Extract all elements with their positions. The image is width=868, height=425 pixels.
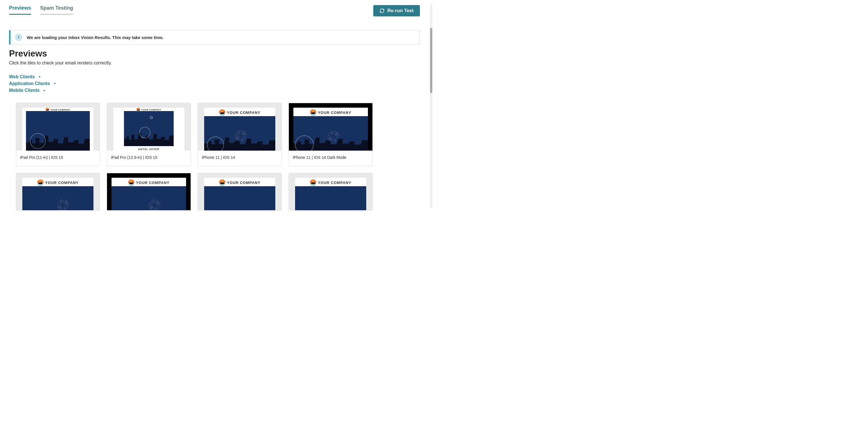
chevron-down-icon bbox=[53, 82, 57, 86]
preview-thumbnail: YOUR COMPANY HOTEL OFFER bbox=[107, 103, 191, 151]
company-logo-text: YOUR COMPANY bbox=[318, 180, 351, 185]
group-application-clients[interactable]: Application Clients bbox=[9, 80, 420, 87]
company-logo-icon bbox=[37, 179, 43, 186]
preview-thumbnail: YOUR COMPANY bbox=[107, 173, 191, 210]
company-logo-text: YOUR COMPANY bbox=[45, 180, 79, 185]
preview-tile[interactable]: YOUR COMPANY bbox=[16, 173, 100, 210]
page-title: Previews bbox=[9, 49, 420, 59]
loading-notice: i We are loading your Inbox Vision Resul… bbox=[9, 30, 420, 45]
rerun-test-label: Re-run Test bbox=[388, 8, 414, 13]
preview-thumbnail: YOUR COMPANY bbox=[289, 173, 372, 210]
preview-tile[interactable]: YOUR COMPANY bbox=[288, 173, 373, 210]
loading-notice-text: We are loading your Inbox Vision Results… bbox=[27, 35, 164, 40]
company-logo-icon bbox=[219, 109, 225, 116]
company-logo-text: YOUR COMPANY bbox=[50, 109, 70, 111]
preview-tile-label: iPhone 11 | iOS 14 Dark Mode bbox=[289, 151, 372, 166]
company-logo-text: YOUR COMPANY bbox=[227, 180, 260, 185]
preview-thumbnail: YOUR COMPANY bbox=[198, 173, 281, 210]
preview-thumbnail: YOUR COMPANY bbox=[198, 103, 281, 151]
group-web-clients-label: Web Clients bbox=[9, 74, 35, 79]
preview-tile-ipad-pro-11[interactable]: YOUR COMPANY iPad Pro (11-in) | iOS 15 bbox=[16, 103, 100, 166]
preview-thumbnail: YOUR COMPANY bbox=[16, 173, 100, 210]
hotel-offer-text: HOTEL OFFER bbox=[138, 148, 159, 151]
preview-tile[interactable]: YOUR COMPANY bbox=[107, 173, 191, 210]
company-logo-icon bbox=[310, 109, 316, 116]
preview-tile-label: iPhone 11 | iOS 14 bbox=[198, 151, 281, 166]
group-mobile-clients-label: Mobile Clients bbox=[9, 88, 39, 93]
preview-thumbnail: YOUR COMPANY bbox=[16, 103, 100, 151]
group-web-clients[interactable]: Web Clients bbox=[9, 74, 420, 80]
preview-thumbnail: YOUR COMPANY bbox=[289, 103, 372, 151]
scrollbar-track[interactable] bbox=[430, 4, 432, 208]
chevron-down-icon bbox=[37, 75, 41, 79]
tab-previews[interactable]: Previews bbox=[9, 5, 31, 15]
preview-tile-iphone-11-ios14-dark[interactable]: YOUR COMPANY iPhone 11 | iOS 14 Dark Mod… bbox=[288, 103, 373, 166]
tab-spam-testing[interactable]: Spam Testing bbox=[40, 5, 73, 15]
preview-tile[interactable]: YOUR COMPANY bbox=[198, 173, 282, 210]
company-logo-text: YOUR COMPANY bbox=[227, 111, 260, 115]
refresh-icon bbox=[379, 8, 384, 13]
rerun-test-button[interactable]: Re-run Test bbox=[373, 5, 420, 17]
company-logo-icon bbox=[219, 179, 225, 186]
group-mobile-clients[interactable]: Mobile Clients bbox=[9, 87, 420, 94]
preview-tile-label: iPad Pro (11-in) | iOS 15 bbox=[16, 151, 100, 166]
info-icon: i bbox=[15, 34, 22, 41]
company-logo-icon bbox=[310, 179, 316, 186]
page-subtitle: Click the tiles to check your email rend… bbox=[9, 60, 420, 65]
company-logo-text: YOUR COMPANY bbox=[141, 109, 161, 111]
group-application-clients-label: Application Clients bbox=[9, 81, 50, 86]
preview-tile-label: iPad Pro (12.9-in) | iOS 15 bbox=[107, 151, 191, 166]
company-logo-text: YOUR COMPANY bbox=[318, 111, 351, 115]
preview-tile-ipad-pro-12-9[interactable]: YOUR COMPANY HOTEL OFFER iPad Pro (12.9-… bbox=[107, 103, 191, 166]
preview-tile-iphone-11-ios14[interactable]: YOUR COMPANY iPhone 11 | iOS 14 bbox=[198, 103, 282, 166]
chevron-up-icon bbox=[42, 88, 46, 92]
scrollbar-thumb[interactable] bbox=[430, 28, 432, 93]
company-logo-icon bbox=[128, 179, 134, 186]
company-logo-text: YOUR COMPANY bbox=[136, 180, 170, 185]
